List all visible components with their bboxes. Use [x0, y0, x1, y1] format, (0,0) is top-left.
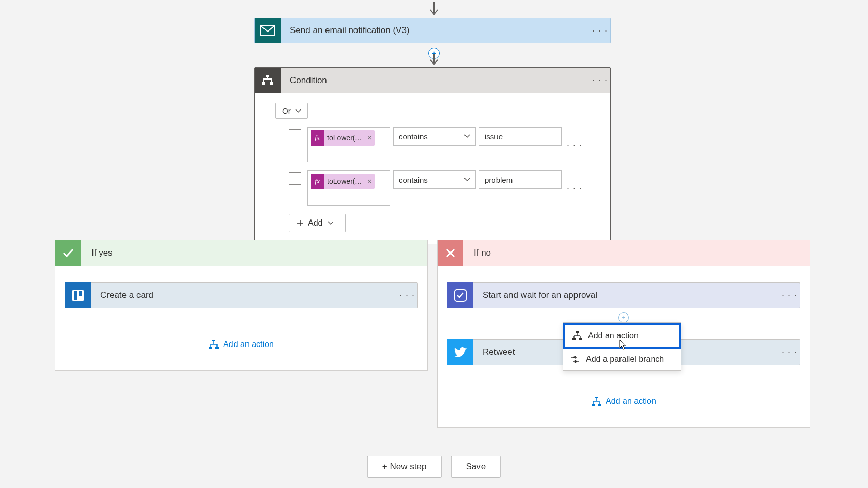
add-action-icon	[591, 396, 601, 406]
card-menu-icon[interactable]: · · ·	[779, 290, 800, 301]
add-rule-button[interactable]: Add	[289, 214, 346, 232]
add-action-link[interactable]: Add an action	[65, 339, 418, 350]
if-yes-label: If yes	[81, 248, 113, 258]
save-button[interactable]: Save	[451, 456, 501, 478]
expression-token[interactable]: fx toLower(... ×	[311, 130, 375, 146]
if-no-header[interactable]: If no	[438, 240, 810, 266]
svg-rect-1	[266, 75, 269, 77]
email-action-card[interactable]: Send an email notification (V3) · · ·	[254, 18, 611, 43]
check-icon	[55, 240, 81, 266]
action-label: Start and wait for an approval	[473, 290, 779, 301]
value-input[interactable]: problem	[479, 170, 562, 189]
if-yes-branch: If yes Create a card · · · Add an action	[55, 240, 428, 371]
svg-rect-12	[592, 404, 595, 406]
condition-header[interactable]: Condition · · ·	[255, 68, 610, 93]
card-menu-icon[interactable]: · · ·	[397, 290, 417, 301]
expression-token[interactable]: fx toLower(... ×	[311, 174, 375, 189]
condition-title: Condition	[281, 75, 590, 86]
svg-rect-8	[209, 347, 212, 349]
new-step-button[interactable]: + New step	[367, 456, 442, 478]
if-yes-header[interactable]: If yes	[55, 240, 427, 266]
approval-action-card[interactable]: Start and wait for an approval · · ·	[447, 282, 800, 308]
svg-rect-2	[262, 82, 265, 85]
if-no-label: If no	[463, 248, 491, 258]
trello-action-card[interactable]: Create a card · · ·	[65, 282, 418, 308]
chevron-down-icon	[464, 178, 470, 182]
condition-card: Condition · · · Or fx toLower(... ×	[254, 67, 611, 244]
condition-rule-row: fx toLower(... × contains problem · · ·	[275, 170, 590, 206]
svg-rect-7	[212, 340, 215, 341]
svg-rect-13	[598, 404, 601, 406]
card-menu-icon[interactable]: · · ·	[590, 25, 610, 36]
condition-rule-row: fx toLower(... × contains issue · · ·	[275, 127, 590, 162]
svg-rect-9	[215, 347, 219, 349]
flow-arrow-icon	[429, 54, 439, 67]
operator-select[interactable]: contains	[393, 170, 476, 189]
svg-rect-14	[576, 331, 579, 333]
fx-icon: fx	[311, 174, 324, 189]
twitter-icon	[447, 339, 473, 365]
footer-buttons: + New step Save	[367, 456, 501, 478]
action-label: Create a card	[91, 290, 397, 301]
condition-icon	[255, 68, 281, 93]
group-operator-dropdown[interactable]: Or	[275, 103, 308, 119]
svg-rect-11	[595, 397, 598, 398]
value-input[interactable]: issue	[479, 127, 562, 146]
svg-rect-3	[270, 82, 273, 85]
operator-select[interactable]: contains	[393, 127, 476, 146]
flow-arrow-icon	[429, 2, 439, 18]
remove-token-icon[interactable]: ×	[364, 177, 375, 185]
trello-icon	[65, 282, 91, 308]
remove-token-icon[interactable]: ×	[364, 134, 375, 142]
mail-icon	[255, 18, 281, 43]
svg-rect-6	[79, 291, 82, 296]
expression-input[interactable]: fx toLower(... ×	[307, 170, 390, 206]
fx-icon: fx	[311, 130, 324, 146]
mouse-cursor-icon	[618, 339, 628, 353]
add-action-icon	[572, 331, 582, 340]
svg-rect-5	[74, 291, 78, 300]
group-operator-label: Or	[282, 106, 291, 115]
row-menu-icon[interactable]: · · ·	[567, 139, 582, 150]
svg-rect-15	[572, 338, 576, 340]
chevron-down-icon	[328, 221, 334, 225]
rule-checkbox[interactable]	[289, 172, 301, 185]
plus-icon	[297, 219, 304, 227]
card-menu-icon[interactable]: · · ·	[590, 75, 610, 86]
parallel-branch-icon	[570, 356, 580, 363]
svg-rect-16	[579, 338, 582, 340]
add-action-icon	[209, 339, 219, 350]
add-action-link[interactable]: Add an action	[447, 396, 800, 406]
chevron-down-icon	[295, 109, 301, 113]
approval-icon	[447, 282, 473, 308]
insert-step-button[interactable]: +	[618, 312, 629, 323]
expression-input[interactable]: fx toLower(... ×	[307, 127, 390, 162]
chevron-down-icon	[464, 134, 470, 138]
card-menu-icon[interactable]: · · ·	[779, 347, 800, 358]
rule-checkbox[interactable]	[289, 129, 301, 141]
close-icon	[438, 240, 463, 266]
row-menu-icon[interactable]: · · ·	[567, 183, 582, 194]
email-action-label: Send an email notification (V3)	[281, 25, 590, 36]
